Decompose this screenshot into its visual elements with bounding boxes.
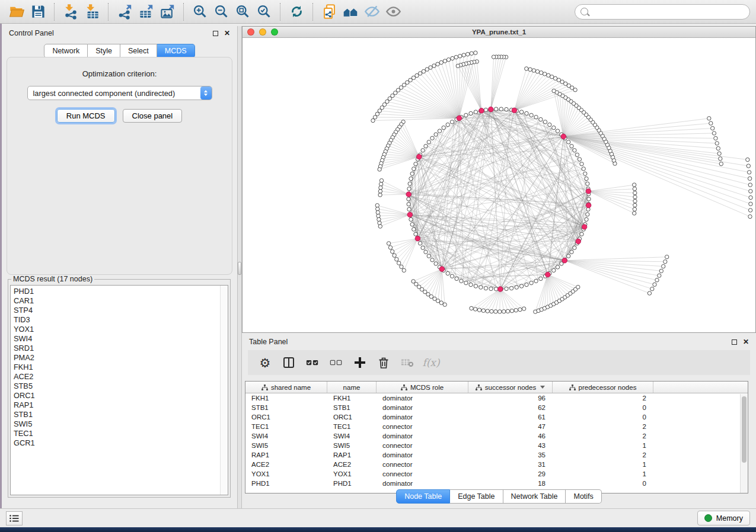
mcds-result-listbox[interactable]: PHD1CAR1STP4TID3YOX1SWI4SRD1PMA2FKH1ACE2… — [10, 285, 228, 495]
table-cell[interactable]: RAP1 — [245, 451, 327, 459]
table-cell[interactable]: 1 — [553, 442, 653, 449]
table-cell[interactable]: STB1 — [327, 404, 377, 411]
list-item[interactable]: SWI4 — [14, 334, 228, 344]
table-cell[interactable]: YOX1 — [245, 470, 327, 477]
table-cell[interactable]: 31 — [468, 461, 553, 468]
list-item[interactable]: STB5 — [14, 382, 228, 391]
table-cell[interactable]: dominator — [377, 404, 468, 411]
table-cell[interactable]: 2 — [553, 423, 653, 430]
run-mcds-button[interactable]: Run MCDS — [57, 109, 115, 123]
table-cell[interactable]: dominator — [377, 395, 468, 402]
list-item[interactable]: ORC1 — [14, 391, 228, 400]
table-row[interactable]: TEC1TEC1connector472 — [245, 422, 748, 431]
table-cell[interactable]: ACE2 — [327, 461, 377, 468]
tab-style[interactable]: Style — [88, 44, 120, 58]
table-cell[interactable]: 2 — [553, 451, 653, 459]
list-item[interactable]: TEC1 — [14, 429, 228, 438]
new-network-from-selection-button[interactable] — [318, 2, 340, 22]
table-cell[interactable]: SWI4 — [245, 432, 327, 440]
memory-button[interactable]: Memory — [697, 511, 750, 525]
list-item[interactable]: TID3 — [14, 315, 228, 325]
table-cell[interactable]: dominator — [377, 414, 468, 421]
panel-splitter[interactable] — [237, 26, 242, 508]
search-input[interactable] — [592, 7, 744, 17]
table-row[interactable]: SWI5SWI5connector431 — [245, 441, 748, 450]
close-panel-button[interactable]: ✕ — [224, 30, 230, 37]
list-item[interactable]: CAR1 — [14, 296, 228, 306]
table-row[interactable]: PHD1PHD1dominator180 — [245, 479, 748, 488]
zoom-selected-button[interactable] — [253, 2, 275, 22]
table-cell[interactable]: 1 — [553, 461, 653, 468]
tab-network-table[interactable]: Network Table — [503, 489, 566, 504]
first-neighbors-button[interactable] — [340, 2, 361, 22]
open-file-button[interactable] — [6, 2, 27, 22]
table-row[interactable]: FKH1FKH1dominator962 — [245, 393, 748, 403]
table-cell[interactable]: PHD1 — [245, 480, 327, 487]
table-row[interactable]: ACE2ACE2connector311 — [245, 460, 748, 469]
search-box[interactable] — [575, 4, 750, 20]
export-table-button[interactable] — [135, 2, 157, 22]
table-cell[interactable]: 0 — [553, 480, 653, 487]
deselect-all-columns-button[interactable] — [327, 354, 345, 371]
table-row[interactable]: ORC1ORC1dominator610 — [245, 412, 748, 422]
table-cell[interactable]: dominator — [377, 432, 468, 440]
export-image-button[interactable] — [157, 2, 178, 22]
criterion-dropdown[interactable]: largest connected component (undirected) — [27, 86, 212, 100]
import-network-button[interactable] — [60, 2, 81, 22]
table-cell[interactable]: FKH1 — [245, 395, 327, 402]
list-item[interactable]: RAP1 — [14, 400, 228, 410]
table-cell[interactable]: 46 — [468, 432, 553, 440]
table-row[interactable]: STB1STB1dominator620 — [245, 403, 748, 412]
column-header-predecessor-nodes[interactable]: predecessor nodes — [553, 382, 653, 393]
maximize-window-button[interactable] — [271, 28, 278, 36]
table-cell[interactable]: 0 — [553, 414, 653, 421]
column-header-successor-nodes[interactable]: successor nodes — [468, 382, 553, 393]
table-settings-button[interactable]: ⚙ — [256, 354, 274, 371]
table-cell[interactable]: connector — [377, 442, 468, 449]
update-view-button[interactable] — [286, 2, 307, 22]
table-cell[interactable]: SWI4 — [327, 432, 377, 440]
column-header-shared-name[interactable]: shared name — [245, 382, 327, 393]
show-graphics-details-button[interactable] — [382, 2, 404, 22]
list-item[interactable]: ACE2 — [14, 372, 228, 382]
float-panel-button[interactable] — [213, 31, 218, 36]
close-window-button[interactable] — [247, 28, 254, 36]
table-row[interactable]: YOX1YOX1connector291 — [245, 469, 748, 479]
list-item[interactable]: PHD1 — [14, 287, 228, 296]
list-item[interactable]: STB1 — [14, 410, 228, 419]
table-cell[interactable]: dominator — [377, 451, 468, 459]
table-cell[interactable]: 2 — [553, 432, 653, 440]
table-cell[interactable]: 18 — [468, 480, 553, 487]
table-cell[interactable]: 96 — [468, 395, 553, 402]
table-cell[interactable]: SWI5 — [245, 442, 327, 449]
table-cell[interactable]: 1 — [553, 470, 653, 477]
table-cell[interactable]: 61 — [468, 414, 553, 421]
table-cell[interactable]: 2 — [553, 395, 653, 402]
list-item[interactable]: PMA2 — [14, 353, 228, 363]
table-scrollbar[interactable] — [740, 394, 748, 493]
close-panel-button-mcds[interactable]: Close panel — [123, 109, 183, 123]
list-item[interactable]: FKH1 — [14, 363, 228, 372]
list-item[interactable]: SWI5 — [14, 419, 228, 429]
table-cell[interactable]: STB1 — [245, 404, 327, 411]
zoom-fit-button[interactable] — [232, 2, 253, 22]
select-all-columns-button[interactable] — [304, 354, 321, 371]
table-cell[interactable]: SWI5 — [327, 442, 377, 449]
table-cell[interactable]: YOX1 — [327, 470, 377, 477]
import-table-button[interactable] — [81, 2, 103, 22]
table-cell[interactable]: PHD1 — [327, 480, 377, 487]
network-graph[interactable] — [243, 38, 755, 332]
table-cell[interactable]: 43 — [468, 442, 553, 449]
table-cell[interactable]: ORC1 — [245, 414, 327, 421]
table-cell[interactable]: TEC1 — [327, 423, 377, 430]
tab-edge-table[interactable]: Edge Table — [450, 489, 503, 504]
table-cell[interactable]: 47 — [468, 423, 553, 430]
table-row[interactable]: SWI4SWI4dominator462 — [245, 431, 748, 441]
column-header-MCDS-role[interactable]: MCDS role — [377, 382, 468, 393]
table-cell[interactable]: 29 — [468, 470, 553, 477]
table-cell[interactable]: ORC1 — [327, 414, 377, 421]
float-table-panel-button[interactable] — [732, 339, 737, 345]
table-cell[interactable]: 0 — [553, 404, 653, 411]
tab-node-table[interactable]: Node Table — [396, 489, 450, 504]
close-table-panel-button[interactable]: ✕ — [743, 338, 749, 345]
